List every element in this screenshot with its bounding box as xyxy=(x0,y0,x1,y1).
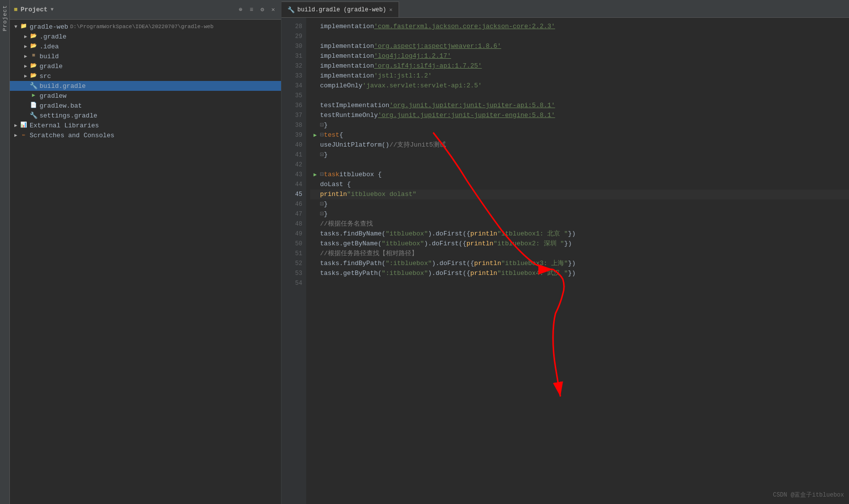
vertical-tab-label: Project xyxy=(2,5,8,31)
line-48: 48 xyxy=(282,219,306,229)
tree-item-idea[interactable]: ▶ 📂 .idea xyxy=(10,41,281,51)
code-line-29 xyxy=(310,32,849,41)
code-49-3: ).doFirst({ xyxy=(428,229,470,239)
build-arrow: ▶ xyxy=(22,53,30,59)
gradlew-label: gradlew xyxy=(40,92,67,100)
tree-item-build[interactable]: ▶ ■ build xyxy=(10,51,281,61)
build-gradle-icon: 🔧 xyxy=(30,82,38,90)
code-line-50: tasks.getByName("itbluebox").doFirst({pr… xyxy=(310,239,849,249)
line-36: 36 xyxy=(282,101,306,111)
code-40-2: //支持Junit5测试 xyxy=(389,140,445,150)
code-28-1: implementation xyxy=(320,22,374,32)
code-line-51: //根据任务路径查找【相对路径】 xyxy=(310,249,849,259)
code-34-2: 'javax.servlet:servlet-api:2.5' xyxy=(363,81,482,91)
line-51: 51 xyxy=(282,249,306,259)
code-30-1: implementation xyxy=(320,41,374,51)
build-icon: ■ xyxy=(30,52,38,60)
close-panel-button[interactable]: ✕ xyxy=(269,6,277,14)
gradlew-bat-label: gradlew.bat xyxy=(40,102,82,110)
scratches-icon: ✏ xyxy=(20,131,28,139)
ext-lib-label: External Libraries xyxy=(30,122,99,129)
tab-build-gradle[interactable]: 🔧 build.gradle (gradle-web) ✕ xyxy=(282,1,399,17)
ext-lib-icon: 📊 xyxy=(20,121,28,129)
code-34-1: compileOnly xyxy=(320,81,363,91)
code-line-43: ▶ ⊟task itbluebox { xyxy=(310,170,849,180)
scope-icon[interactable]: ⊕ xyxy=(237,6,244,14)
code-47-1: } xyxy=(324,209,328,219)
gear-icon[interactable]: ⚙ xyxy=(258,6,266,14)
code-52-1: tasks.findByPath( xyxy=(320,259,386,269)
code-line-48: //根据任务名查找 xyxy=(310,219,849,229)
src-label: src xyxy=(40,73,51,80)
code-line-39: ▶ ⊟test { xyxy=(310,130,849,140)
code-50-2: "itbluebox" xyxy=(382,239,424,249)
tab-close-button[interactable]: ✕ xyxy=(389,6,393,13)
code-44-1: doLast { xyxy=(320,180,351,190)
line-33: 33 xyxy=(282,71,306,81)
code-49-6: "itbluebox1: 北京 " xyxy=(497,229,568,239)
code-line-31: implementation 'log4j:log4j:1.2.17' xyxy=(310,51,849,61)
tree-item-gradle[interactable]: ▶ 📂 gradle xyxy=(10,61,281,71)
gradlew-icon: ▶ xyxy=(30,92,38,100)
line-50: 50 xyxy=(282,239,306,249)
tree-item-build-gradle[interactable]: 🔧 build.gradle xyxy=(10,81,281,91)
code-33-1: implementation xyxy=(320,71,374,81)
code-45-2: println xyxy=(320,190,347,199)
panel-header: ■ Project ▼ ⊕ ≡ ⚙ ✕ xyxy=(10,0,281,20)
code-line-53: tasks.getByPath(":itbluebox").doFirst({p… xyxy=(310,269,849,278)
fold-43: ⊟ xyxy=(320,170,324,180)
project-panel: ■ Project ▼ ⊕ ≡ ⚙ ✕ ▼ 📁 gradle-web D:\Pr… xyxy=(10,0,282,504)
code-37-2: 'org.junit.jupiter:junit-jupiter-engine:… xyxy=(378,111,555,120)
line-34: 34 xyxy=(282,81,306,91)
fold-39: ⊟ xyxy=(320,130,324,140)
tree-item-gradle-hidden[interactable]: ▶ 📂 .gradle xyxy=(10,32,281,41)
code-line-40: useJUnitPlatform() //支持Junit5测试 xyxy=(310,140,849,150)
code-49-1: tasks.findByName( xyxy=(320,229,386,239)
code-52-7: }) xyxy=(568,259,576,269)
tree-item-gradlew[interactable]: ▶ gradlew xyxy=(10,91,281,101)
code-48-1: //根据任务名查找 xyxy=(320,219,373,229)
code-50-4: println xyxy=(466,239,493,249)
code-52-6: "itbluebox3: 上海" xyxy=(501,259,568,269)
settings-gradle-icon: 🔧 xyxy=(30,112,38,119)
code-39-1: test xyxy=(324,130,339,140)
line-35: 35 xyxy=(282,91,306,101)
tree-item-settings-gradle[interactable]: 🔧 settings.gradle xyxy=(10,111,281,120)
root-path: D:\ProgramWorkSpace\IDEA\20220707\gradle… xyxy=(70,24,213,30)
tree-item-gradlew-bat[interactable]: 📄 gradlew.bat xyxy=(10,101,281,111)
tree-item-external-libraries[interactable]: ▶ 📊 External Libraries xyxy=(10,120,281,130)
code-53-2: ":itbluebox" xyxy=(382,269,428,278)
code-line-38: ⊡} xyxy=(310,120,849,130)
watermark: CSDN @蓝盒子itbluebox xyxy=(773,491,844,499)
gutter-39: ▶ xyxy=(310,130,320,140)
code-45-4: "itbluebox dolast" xyxy=(347,190,416,199)
code-line-49: tasks.findByName("itbluebox").doFirst({p… xyxy=(310,229,849,239)
code-50-7: }) xyxy=(564,239,572,249)
gradlew-bat-icon: 📄 xyxy=(30,102,38,110)
code-31-1: implementation xyxy=(320,51,374,61)
code-line-42 xyxy=(310,160,849,170)
code-53-6: "itbluebox4: 武汉 " xyxy=(497,269,568,278)
idea-arrow: ▶ xyxy=(22,43,30,49)
code-52-4: println xyxy=(474,259,501,269)
code-32-2: 'org.slf4j:slf4j-api:1.7.25' xyxy=(374,61,482,71)
line-49: 49 xyxy=(282,229,306,239)
panel-tools: ⊕ ≡ ⚙ ✕ xyxy=(237,6,277,14)
panel-title: Project xyxy=(21,6,48,13)
tab-label: build.gradle (gradle-web) xyxy=(297,6,386,13)
tree-root[interactable]: ▼ 📁 gradle-web D:\ProgramWorkSpace\IDEA\… xyxy=(10,22,281,32)
gradle-arrow: ▶ xyxy=(22,63,30,69)
code-50-6: "itbluebox2: 深圳 " xyxy=(493,239,564,249)
flatten-icon[interactable]: ≡ xyxy=(247,6,255,14)
code-editor[interactable]: implementation 'com.fasterxml.jackson.co… xyxy=(306,18,849,504)
project-tree: ▼ 📁 gradle-web D:\ProgramWorkSpace\IDEA\… xyxy=(10,20,281,504)
tree-item-scratches[interactable]: ▶ ✏ Scratches and Consoles xyxy=(10,130,281,140)
code-line-54 xyxy=(310,278,849,288)
code-line-47: ⊡} xyxy=(310,209,849,219)
gradle-hidden-arrow: ▶ xyxy=(22,34,30,39)
root-folder-icon: 📁 xyxy=(20,23,28,31)
code-41-1: } xyxy=(324,150,328,160)
fold-46: ⊡ xyxy=(320,199,324,209)
project-vertical-tab[interactable]: Project xyxy=(0,0,10,504)
tree-item-src[interactable]: ▶ 📂 src xyxy=(10,71,281,81)
